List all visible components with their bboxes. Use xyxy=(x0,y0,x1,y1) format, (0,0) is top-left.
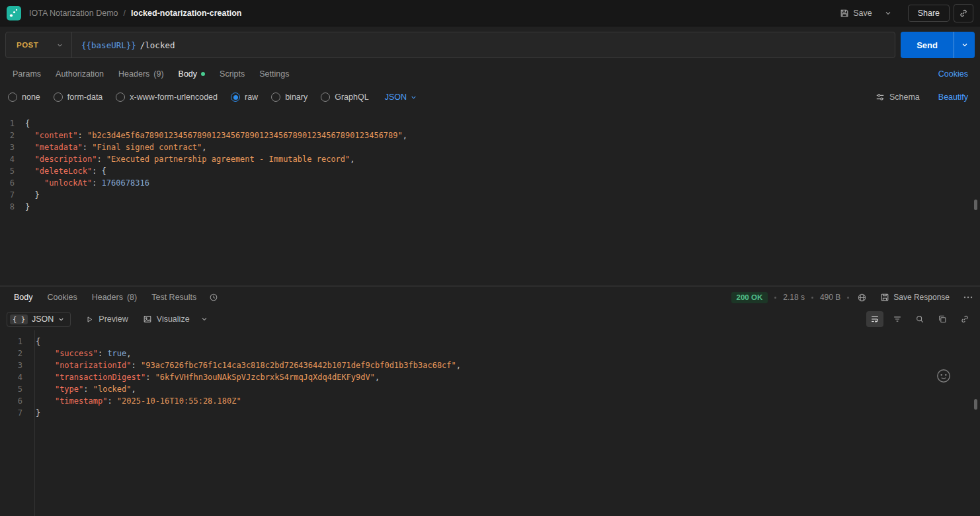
copy-link-button[interactable] xyxy=(954,4,973,22)
tab-authorization[interactable]: Authorization xyxy=(48,63,111,85)
tab-params[interactable]: Params xyxy=(5,63,48,85)
chevron-down-icon xyxy=(961,41,969,49)
code-text: "unlockAt": 1760678316 xyxy=(25,177,149,189)
response-section: Body Cookies Headers (8) Test Results 20… xyxy=(0,286,980,516)
breadcrumb-workspace[interactable]: IOTA Notarization Demo xyxy=(29,9,118,18)
beautify-button[interactable]: Beautify xyxy=(938,92,968,102)
copy-icon xyxy=(938,314,947,324)
tab-headers[interactable]: Headers (9) xyxy=(111,63,171,85)
tab-settings[interactable]: Settings xyxy=(252,63,296,85)
body-type-radio-none[interactable]: none xyxy=(8,92,40,102)
code-text: "notarizationId": "93ac7626fbc76f1c14ca3… xyxy=(29,359,461,371)
separator-dot xyxy=(811,297,813,299)
visualize-button[interactable]: Visualize xyxy=(143,314,190,324)
raw-language-label: JSON xyxy=(385,92,407,102)
clock-history-icon xyxy=(209,293,218,302)
response-tab-headers[interactable]: Headers (8) xyxy=(85,287,145,308)
url-input[interactable]: {{baseURL}} /locked xyxy=(72,40,175,50)
code-text: } xyxy=(25,201,30,213)
breadcrumb-separator: / xyxy=(124,9,126,18)
response-body-editor[interactable]: 1{2 "success": true,3 "notarizationId": … xyxy=(0,330,980,516)
line-number: 5 xyxy=(0,165,25,177)
response-time[interactable]: 2.18 s xyxy=(783,293,805,302)
separator-dot xyxy=(847,297,849,299)
header-actions: Save Share xyxy=(835,4,973,22)
save-response-icon xyxy=(880,293,889,302)
body-type-label-raw: raw xyxy=(245,92,258,102)
schema-button[interactable]: Schema xyxy=(876,92,920,102)
body-type-radio-binary[interactable]: binary xyxy=(271,92,307,102)
response-history-button[interactable] xyxy=(204,293,224,302)
line-number: 6 xyxy=(0,177,25,189)
request-editor-scrollbar[interactable] xyxy=(974,200,977,210)
body-type-label-binary: binary xyxy=(285,92,307,102)
request-body-editor[interactable]: 1{2 "content": "b2c3d4e5f6a7890123456789… xyxy=(0,110,980,286)
tab-scripts-label: Scripts xyxy=(220,69,245,79)
method-select[interactable]: POST xyxy=(6,32,72,57)
braces-icon: { } xyxy=(10,314,28,324)
chevron-down-icon xyxy=(56,42,63,49)
send-group: Send xyxy=(901,32,975,58)
link-button[interactable] xyxy=(956,311,973,327)
radio-selected-icon xyxy=(231,92,240,102)
status-badge[interactable]: 200 OK xyxy=(731,292,768,303)
url-path: /locked xyxy=(140,40,175,50)
send-button[interactable]: Send xyxy=(901,32,954,58)
body-type-radio-raw[interactable]: raw xyxy=(231,92,258,102)
tab-headers-count: (9) xyxy=(153,69,163,79)
app-logo-icon[interactable] xyxy=(7,6,21,20)
request-bar: POST {{baseURL}} /locked Send xyxy=(0,26,980,63)
response-tab-body-label: Body xyxy=(14,293,33,302)
line-number: 6 xyxy=(0,395,29,407)
code-line: 1{ xyxy=(0,118,980,129)
response-editor-scrollbar[interactable] xyxy=(974,399,977,410)
send-options-button[interactable] xyxy=(954,32,975,58)
response-meta: 200 OK 2.18 s 490 B Save Response xyxy=(731,292,973,303)
ellipsis-icon xyxy=(963,292,973,303)
filter-button[interactable] xyxy=(889,311,906,327)
breadcrumb-request-name[interactable]: locked-notarization-creation xyxy=(131,9,241,18)
preview-button[interactable]: Preview xyxy=(85,314,128,324)
cookies-link[interactable]: Cookies xyxy=(932,69,975,79)
save-response-label: Save Response xyxy=(893,293,950,302)
body-type-radio-graphql[interactable]: GraphQL xyxy=(321,92,368,102)
wrap-text-button[interactable] xyxy=(866,311,883,327)
response-more-button[interactable] xyxy=(963,292,973,303)
response-tab-test-results[interactable]: Test Results xyxy=(144,287,204,308)
save-response-button[interactable]: Save Response xyxy=(880,293,950,302)
sliders-icon xyxy=(876,92,885,102)
wrap-text-icon xyxy=(870,314,879,324)
response-tab-test-results-label: Test Results xyxy=(151,293,196,302)
view-options-button[interactable] xyxy=(200,315,208,323)
response-size[interactable]: 490 B xyxy=(820,293,840,302)
line-number: 4 xyxy=(0,371,29,383)
body-type-radio-urlencoded[interactable]: x-www-form-urlencoded xyxy=(116,92,218,102)
code-text: "description": "Executed partnership agr… xyxy=(25,153,355,165)
save-button[interactable]: Save xyxy=(835,5,878,21)
code-text: "success": true, xyxy=(29,348,132,359)
tab-body[interactable]: Body xyxy=(171,63,213,85)
share-button[interactable]: Share xyxy=(908,5,950,22)
code-line: 2 "content": "b2c3d4e5f6a789012345678901… xyxy=(0,129,980,141)
network-info-button[interactable] xyxy=(856,293,868,303)
body-type-label-none: none xyxy=(22,92,40,102)
chevron-down-icon xyxy=(410,94,417,101)
code-line: 8} xyxy=(0,201,980,213)
code-line: 7} xyxy=(0,407,980,419)
response-tab-body[interactable]: Body xyxy=(7,287,40,308)
line-number: 1 xyxy=(0,118,25,129)
response-format-select[interactable]: { } JSON xyxy=(7,312,71,327)
body-type-radio-form-data[interactable]: form-data xyxy=(54,92,103,102)
code-line: 6 "unlockAt": 1760678316 xyxy=(0,177,980,189)
link-icon xyxy=(960,314,969,324)
search-button[interactable] xyxy=(911,311,928,327)
play-icon xyxy=(85,315,94,324)
raw-language-select[interactable]: JSON xyxy=(385,92,417,102)
tab-scripts[interactable]: Scripts xyxy=(212,63,252,85)
response-tab-cookies[interactable]: Cookies xyxy=(40,287,85,308)
save-options-button[interactable] xyxy=(881,6,895,20)
body-type-row: none form-data x-www-form-urlencoded raw… xyxy=(0,85,980,110)
copy-button[interactable] xyxy=(934,311,951,327)
body-type-radios: none form-data x-www-form-urlencoded raw… xyxy=(8,92,417,102)
share-label: Share xyxy=(918,9,940,18)
